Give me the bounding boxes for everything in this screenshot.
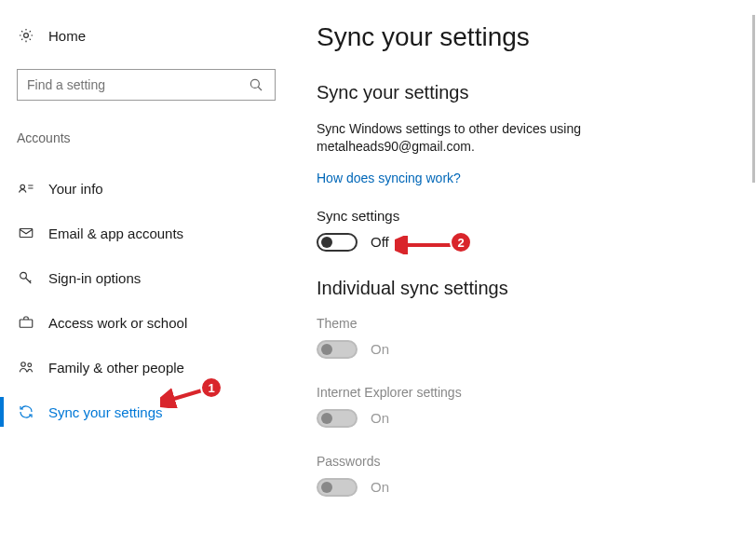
sync-settings-state: Off [371, 234, 389, 250]
search-input[interactable] [17, 69, 276, 101]
svg-rect-3 [20, 229, 33, 238]
individual-ie-label: Internet Explorer settings [317, 385, 737, 400]
sync-description: Sync Windows settings to other devices u… [317, 120, 614, 156]
sync-icon [17, 403, 35, 421]
svg-point-2 [20, 184, 25, 189]
sidebar-item-sign-in[interactable]: Sign-in options [17, 255, 272, 300]
page-title: Sync your settings [317, 22, 737, 52]
sidebar-item-email-accounts[interactable]: Email & app accounts [17, 211, 272, 255]
individual-theme-toggle [317, 340, 358, 359]
sidebar-item-work-school[interactable]: Access work or school [17, 300, 272, 345]
sidebar-item-label: Access work or school [48, 315, 187, 331]
people-icon [17, 358, 35, 376]
svg-point-6 [21, 362, 26, 367]
sidebar-item-your-info[interactable]: Your info [17, 166, 272, 211]
sidebar-item-label: Family & other people [48, 360, 184, 376]
svg-point-7 [28, 363, 32, 367]
section-title-individual: Individual sync settings [317, 278, 737, 299]
section-title-sync: Sync your settings [317, 82, 737, 103]
sidebar-item-label: Sign-in options [48, 270, 141, 286]
individual-ie-state: On [371, 410, 389, 426]
sidebar-item-family[interactable]: Family & other people [17, 345, 272, 390]
briefcase-icon [17, 313, 35, 332]
settings-sidebar: Home Accounts Your info [0, 0, 289, 533]
search-field[interactable] [27, 77, 241, 92]
individual-passwords-label: Passwords [317, 454, 737, 469]
sync-settings-toggle[interactable] [317, 233, 358, 252]
user-card-icon [17, 179, 35, 198]
mail-icon [17, 224, 35, 242]
settings-main: Sync your settings Sync your settings Sy… [289, 0, 756, 533]
individual-theme-state: On [371, 341, 389, 357]
gear-icon [17, 26, 35, 45]
sidebar-item-label: Your info [48, 181, 103, 197]
sidebar-item-sync-settings[interactable]: Sync your settings [17, 390, 272, 434]
svg-point-0 [24, 34, 29, 38]
key-icon [17, 268, 35, 287]
sidebar-item-label: Sync your settings [48, 404, 163, 420]
individual-ie-toggle [317, 409, 358, 428]
individual-passwords-state: On [371, 479, 389, 495]
home-button[interactable]: Home [17, 26, 272, 45]
svg-point-1 [250, 79, 259, 88]
sidebar-item-label: Email & app accounts [48, 226, 183, 241]
search-icon [247, 75, 265, 94]
section-label-accounts: Accounts [17, 130, 272, 145]
home-label: Home [48, 28, 86, 44]
individual-theme-label: Theme [317, 316, 737, 331]
sync-settings-label: Sync settings [317, 208, 737, 224]
syncing-help-link[interactable]: How does syncing work? [317, 171, 461, 185]
svg-rect-5 [20, 320, 33, 327]
vertical-scrollbar[interactable] [752, 15, 755, 183]
individual-passwords-toggle [317, 478, 358, 497]
